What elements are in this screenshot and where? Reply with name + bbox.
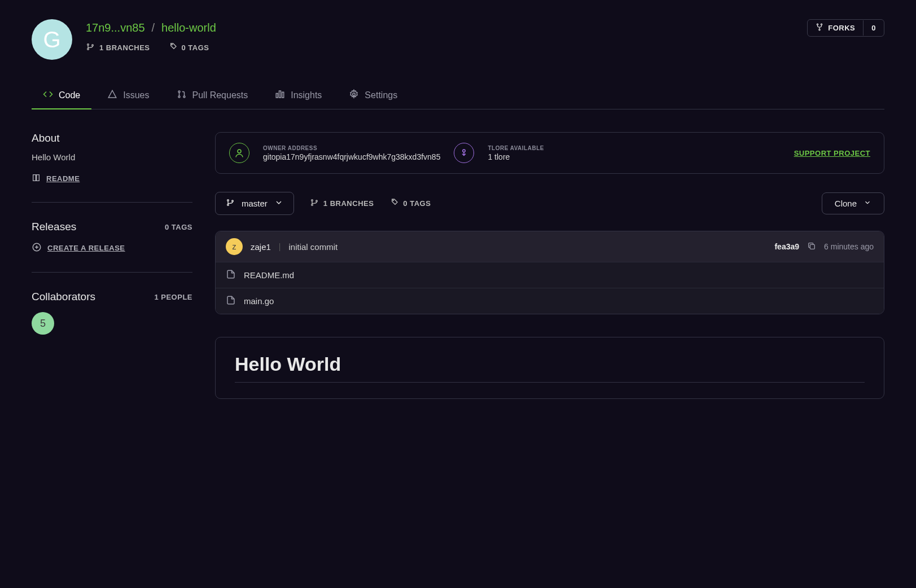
- svg-point-21: [312, 204, 313, 206]
- svg-rect-24: [810, 244, 814, 249]
- commit-message[interactable]: initial commit: [289, 242, 338, 252]
- file-icon: [226, 269, 236, 281]
- forks-count: 0: [863, 20, 884, 36]
- divider: |: [279, 242, 281, 251]
- svg-point-22: [316, 200, 318, 202]
- tag-icon: [389, 198, 398, 209]
- file-name: main.go: [244, 296, 274, 306]
- commit-author[interactable]: zaje1: [251, 242, 271, 252]
- svg-point-20: [312, 200, 313, 201]
- readme-icon: [32, 173, 41, 184]
- tlore-icon: [454, 143, 474, 163]
- repo-header: G 17n9...vn85 / hello-world 1 BRANCHES: [32, 19, 884, 60]
- owner-card: OWNER ADDRESS gitopia17n9yfjrasnw4fqrjwk…: [215, 132, 884, 174]
- file-name: README.md: [244, 270, 294, 280]
- support-project-button[interactable]: SUPPORT PROJECT: [794, 149, 870, 157]
- tab-insights-label: Insights: [291, 90, 322, 100]
- file-list: z zaje1 | initial commit fea3a9 6 minute…: [215, 231, 884, 314]
- latest-commit-row[interactable]: z zaje1 | initial commit fea3a9 6 minute…: [216, 231, 884, 262]
- toolbar-tags[interactable]: 0 TAGS: [389, 198, 431, 209]
- collaborators-title: Collaborators: [32, 291, 95, 303]
- tags-count-label: 0 TAGS: [182, 43, 209, 52]
- plus-circle-icon: [32, 242, 42, 254]
- branch-icon: [226, 198, 235, 209]
- tab-pr-label: Pull Requests: [192, 90, 248, 100]
- create-release-button[interactable]: CREATE A RELEASE: [32, 242, 192, 254]
- svg-point-7: [178, 91, 180, 93]
- gear-icon: [349, 89, 359, 102]
- tag-icon: [168, 42, 177, 53]
- commit-hash[interactable]: fea3a9: [774, 242, 799, 251]
- releases-title: Releases: [32, 221, 76, 233]
- breadcrumb-sep: /: [152, 21, 155, 34]
- owner-avatar[interactable]: G: [32, 19, 72, 60]
- svg-point-9: [183, 96, 185, 98]
- branches-count-label: 1 BRANCHES: [99, 43, 150, 52]
- clone-label: Clone: [835, 199, 857, 208]
- svg-point-13: [353, 93, 356, 96]
- forks-label: FORKS: [828, 24, 855, 32]
- repo-tabs: Code Issues Pull Requests Insights Setti…: [32, 82, 884, 109]
- svg-point-15: [238, 150, 241, 153]
- about-desc: Hello World: [32, 152, 192, 162]
- forks-button[interactable]: FORKS 0: [807, 19, 884, 37]
- tab-pull-requests[interactable]: Pull Requests: [165, 82, 260, 109]
- file-icon: [226, 295, 236, 307]
- branch-icon: [310, 198, 319, 209]
- branches-count[interactable]: 1 BRANCHES: [86, 42, 150, 53]
- breadcrumb-repo[interactable]: hello-world: [161, 21, 216, 34]
- pr-icon: [177, 89, 187, 102]
- readme-heading: Hello World: [235, 353, 865, 383]
- insights-icon: [275, 89, 285, 102]
- svg-point-3: [172, 44, 172, 45]
- releases-count: 0 TAGS: [165, 223, 192, 231]
- file-toolbar: master 1 BRANCHES 0 TAGS Clone: [215, 192, 884, 215]
- svg-point-2: [92, 45, 94, 46]
- divider: [32, 272, 192, 273]
- svg-point-5: [821, 24, 822, 25]
- svg-rect-11: [279, 91, 281, 98]
- clone-button[interactable]: Clone: [822, 192, 884, 214]
- tab-issues[interactable]: Issues: [96, 82, 160, 109]
- readme-link-label: README: [46, 174, 80, 183]
- toolbar-branches[interactable]: 1 BRANCHES: [310, 198, 374, 209]
- owner-address-label: OWNER ADDRESS: [263, 145, 440, 151]
- file-row[interactable]: main.go: [216, 288, 884, 314]
- svg-point-16: [463, 150, 466, 152]
- svg-point-19: [232, 200, 234, 202]
- tlore-value: 1 tlore: [488, 152, 544, 161]
- collaborator-avatar[interactable]: 5: [32, 312, 54, 335]
- svg-point-18: [227, 204, 229, 206]
- toolbar-branches-label: 1 BRANCHES: [323, 199, 374, 208]
- svg-point-6: [819, 29, 820, 30]
- main-content: OWNER ADDRESS gitopia17n9yfjrasnw4fqrjwk…: [215, 132, 884, 399]
- tab-code[interactable]: Code: [32, 82, 91, 109]
- create-release-label: CREATE A RELEASE: [47, 244, 125, 252]
- tab-code-label: Code: [59, 90, 80, 100]
- branch-select[interactable]: master: [215, 192, 294, 215]
- file-row[interactable]: README.md: [216, 262, 884, 288]
- divider: [32, 202, 192, 203]
- toolbar-tags-label: 0 TAGS: [403, 199, 431, 208]
- branch-icon: [86, 42, 95, 53]
- copy-icon[interactable]: [807, 242, 816, 252]
- fork-icon: [816, 23, 823, 33]
- svg-point-1: [87, 49, 89, 50]
- tlore-label: TLORE AVAILABLE: [488, 145, 544, 151]
- breadcrumb: 17n9...vn85 / hello-world: [86, 21, 216, 34]
- svg-point-17: [227, 200, 229, 201]
- tab-issues-label: Issues: [123, 90, 149, 100]
- svg-point-0: [87, 44, 89, 46]
- sidebar: About Hello World README Releases 0 TAGS…: [32, 132, 192, 399]
- tab-settings[interactable]: Settings: [338, 82, 409, 109]
- readme-link[interactable]: README: [32, 173, 192, 184]
- commit-time: 6 minutes ago: [824, 242, 874, 251]
- breadcrumb-owner[interactable]: 17n9...vn85: [86, 21, 145, 34]
- branch-name: master: [242, 199, 268, 208]
- owner-icon: [229, 143, 249, 163]
- about-title: About: [32, 132, 192, 144]
- commit-author-avatar: z: [226, 238, 243, 255]
- tab-insights[interactable]: Insights: [264, 82, 333, 109]
- tags-count[interactable]: 0 TAGS: [168, 42, 209, 53]
- owner-address-value[interactable]: gitopia17n9yfjrasnw4fqrjwkucf9whk7g38kxd…: [263, 152, 440, 161]
